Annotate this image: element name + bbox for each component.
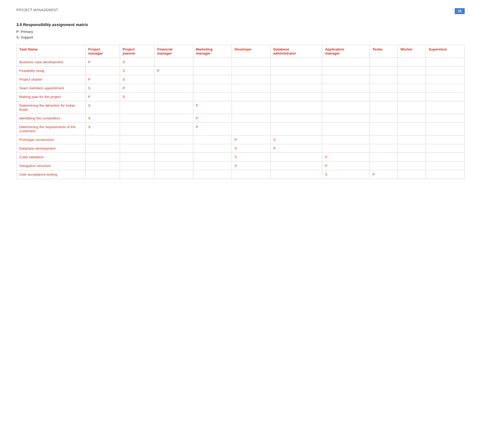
value-cell (322, 101, 370, 114)
matrix-table: Task Name Project manager Project planne… (16, 45, 465, 179)
legend-primary: P- Primary (16, 30, 465, 34)
value-cell (322, 67, 370, 75)
value-cell: P (85, 75, 120, 84)
value-cell (193, 170, 232, 179)
value-cell (398, 144, 426, 153)
value-cell: P (193, 101, 232, 114)
value-cell: P (232, 135, 271, 144)
task-name-cell: User acceptance testing (17, 170, 86, 179)
value-cell (85, 153, 120, 162)
value-cell (398, 67, 426, 75)
value-cell (370, 75, 398, 84)
value-cell (232, 84, 271, 93)
task-name-cell: Business case development (17, 58, 86, 67)
value-cell (85, 144, 120, 153)
col-header-supervisor: Supervisor (426, 45, 465, 58)
value-cell (426, 114, 465, 123)
value-cell (271, 123, 322, 135)
task-name-cell: Prototype construction (17, 135, 86, 144)
value-cell: S (271, 135, 322, 144)
value-cell (271, 67, 322, 75)
col-header-pm: Project manager (85, 45, 120, 58)
table-row: Team members appointmentSP (17, 84, 465, 93)
table-row: Feasibility studySP (17, 67, 465, 75)
value-cell (85, 67, 120, 75)
value-cell: P (193, 114, 232, 123)
value-cell (426, 101, 465, 114)
value-cell (271, 84, 322, 93)
table-row: Navigation structureSP (17, 162, 465, 170)
value-cell (271, 58, 322, 67)
value-cell (154, 170, 193, 179)
value-cell (154, 75, 193, 84)
task-name-cell: Making plan for the project (17, 93, 86, 101)
value-cell (154, 58, 193, 67)
table-row: Determining the attraction for Indian fo… (17, 101, 465, 114)
value-cell (398, 84, 426, 93)
value-cell (398, 93, 426, 101)
value-cell (232, 101, 271, 114)
value-cell: P (322, 153, 370, 162)
value-cell (120, 144, 154, 153)
page-header: PROJECT MANAGEMENT 10 (16, 8, 465, 14)
value-cell (193, 84, 232, 93)
value-cell (370, 135, 398, 144)
value-cell (426, 58, 465, 67)
value-cell (398, 123, 426, 135)
value-cell (85, 162, 120, 170)
value-cell: P (120, 84, 154, 93)
task-name-cell: Database development (17, 144, 86, 153)
value-cell: S (120, 67, 154, 75)
value-cell: P (271, 144, 322, 153)
value-cell: P (370, 170, 398, 179)
table-row: Prototype constructionPS (17, 135, 465, 144)
value-cell (154, 144, 193, 153)
value-cell (154, 84, 193, 93)
value-cell (426, 153, 465, 162)
value-cell: S (120, 58, 154, 67)
value-cell: S (232, 162, 271, 170)
value-cell (154, 123, 193, 135)
task-name-cell: Determining the attraction for Indian fo… (17, 101, 86, 114)
task-name-cell: Team members appointment (17, 84, 86, 93)
value-cell (426, 67, 465, 75)
value-cell (322, 135, 370, 144)
value-cell (370, 101, 398, 114)
value-cell: S (232, 153, 271, 162)
value-cell (154, 162, 193, 170)
value-cell (322, 144, 370, 153)
table-row: Determining the requirements of the cust… (17, 123, 465, 135)
value-cell (232, 123, 271, 135)
value-cell (370, 162, 398, 170)
value-cell (426, 84, 465, 93)
value-cell: S (120, 93, 154, 101)
value-cell (271, 162, 322, 170)
value-cell (154, 135, 193, 144)
value-cell (370, 67, 398, 75)
value-cell (85, 170, 120, 179)
value-cell (426, 170, 465, 179)
table-row: Code validationSP (17, 153, 465, 162)
value-cell (271, 114, 322, 123)
page-title: PROJECT MANAGEMENT (16, 8, 58, 12)
value-cell: P (154, 67, 193, 75)
value-cell (154, 93, 193, 101)
value-cell (85, 135, 120, 144)
value-cell (120, 135, 154, 144)
value-cell (154, 153, 193, 162)
value-cell (370, 123, 398, 135)
value-cell (154, 114, 193, 123)
value-cell (370, 84, 398, 93)
value-cell (322, 84, 370, 93)
value-cell (426, 144, 465, 153)
task-name-cell: Identifying the competitors (17, 114, 86, 123)
value-cell (398, 135, 426, 144)
value-cell (154, 101, 193, 114)
legend-support: S- Support (16, 35, 465, 39)
value-cell (370, 93, 398, 101)
table-row: Database developmentSP (17, 144, 465, 153)
table-row: Identifying the competitorsSP (17, 114, 465, 123)
value-cell (322, 58, 370, 67)
value-cell (398, 114, 426, 123)
col-header-worker: Worker (398, 45, 426, 58)
